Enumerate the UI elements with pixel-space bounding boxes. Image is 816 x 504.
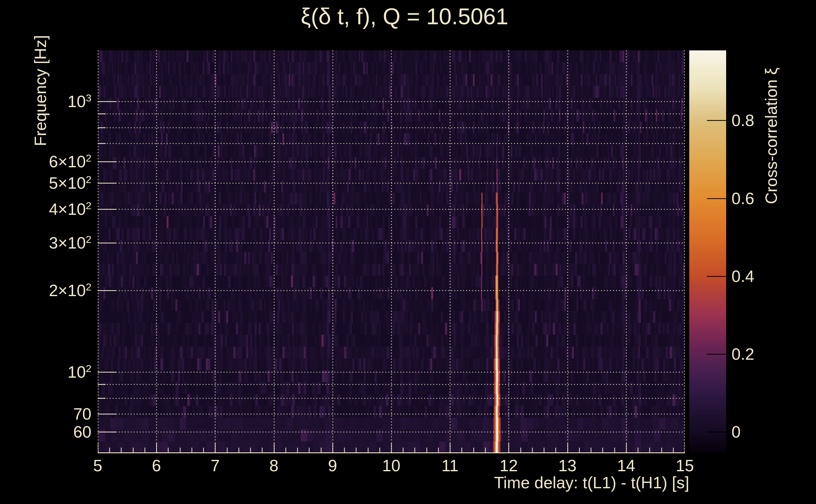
chart-title: ξ(δ t, f), Q = 10.5061 bbox=[89, 5, 720, 28]
x-tick-label: 15 bbox=[676, 457, 694, 474]
x-tick-label: 13 bbox=[558, 457, 577, 474]
x-tick-label: 8 bbox=[269, 457, 279, 474]
colorbar-tick-label: 0.2 bbox=[732, 346, 754, 362]
x-tick-label: 11 bbox=[441, 457, 458, 474]
colorbar-tick-label: 0.4 bbox=[732, 268, 754, 284]
y-tick-label: 4×102 bbox=[19, 201, 91, 217]
x-tick-label: 10 bbox=[382, 457, 400, 474]
y-tick-label: 70 bbox=[19, 406, 91, 422]
y-axis-title: Frequency [Hz] bbox=[32, 14, 52, 146]
x-axis-title: Time delay: t(L1) - t(H1) [s] bbox=[374, 474, 689, 491]
y-tick-label: 60 bbox=[19, 424, 91, 440]
x-tick-label: 5 bbox=[93, 457, 102, 474]
y-tick-label: 103 bbox=[19, 93, 91, 110]
colorbar-gradient bbox=[689, 50, 726, 453]
y-tick-label: 102 bbox=[19, 364, 91, 380]
colorbar-title: Cross-correlation ξ bbox=[763, 40, 783, 204]
x-tick-label: 12 bbox=[499, 457, 518, 474]
heatmap-plot-area bbox=[98, 50, 685, 453]
cross-correlation-spectrogram-figure: ξ(δ t, f), Q = 10.5061 Frequency [Hz] Ti… bbox=[0, 0, 816, 504]
colorbar-tick-label: 0.8 bbox=[732, 112, 754, 129]
colorbar-tick-label: 0.6 bbox=[732, 190, 754, 207]
y-tick-label: 5×102 bbox=[19, 175, 91, 191]
colorbar-tick-label: 0 bbox=[732, 424, 741, 440]
y-tick-label: 6×102 bbox=[19, 153, 91, 170]
x-tick-label: 6 bbox=[152, 457, 161, 474]
y-tick-label: 2×102 bbox=[19, 282, 91, 299]
x-tick-label: 9 bbox=[328, 457, 337, 474]
x-tick-label: 7 bbox=[211, 457, 220, 474]
y-tick-label: 3×102 bbox=[19, 235, 91, 251]
x-tick-label: 14 bbox=[617, 457, 635, 474]
